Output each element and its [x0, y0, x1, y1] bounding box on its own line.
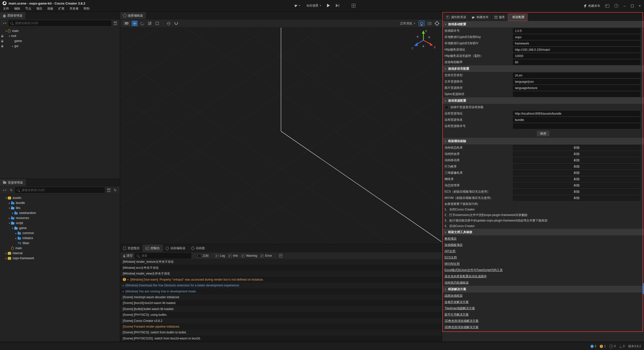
camera-settings-button[interactable] — [427, 21, 432, 26]
tab-scene-editor[interactable]: 场景编辑器 — [120, 12, 146, 19]
form-input[interactable] — [513, 53, 640, 59]
menu-item[interactable]: 编辑 — [12, 7, 23, 11]
console-log-row[interactable]: [Scene] [bullet]:bullet wasm lib loaded. — [120, 306, 442, 312]
regex-checkbox[interactable]: 正则 — [197, 254, 209, 258]
tree-row[interactable]: resources — [0, 215, 120, 221]
solution-link[interactable]: 3D角色扮演游戏解决方案 — [445, 325, 478, 329]
section-header-solutions[interactable]: 框架解决方案 — [442, 286, 644, 293]
remove-module-button[interactable]: 剔除 — [513, 195, 640, 201]
console-log-row[interactable]: [Scene] [box2d]:box2d wasm lib loaded. — [120, 300, 442, 306]
console-log-row[interactable]: [Scene] [PHYSICS]: switch from builtin t… — [120, 330, 442, 335]
layout-button[interactable] — [350, 2, 357, 9]
chevron-icon[interactable] — [8, 222, 11, 225]
help-button[interactable] — [612, 3, 620, 9]
scrollbar-thumb[interactable] — [643, 283, 644, 294]
console-log-row[interactable]: [Scene] Forward render pipeline initiali… — [120, 324, 442, 329]
form-input[interactable] — [513, 34, 640, 40]
menu-item[interactable]: 节点 — [23, 7, 34, 11]
menu-item[interactable]: 开发者 — [67, 7, 81, 11]
chevron-icon[interactable] — [8, 35, 11, 37]
console-tab[interactable]: 动画图 — [188, 244, 208, 252]
chevron-icon[interactable] — [11, 227, 14, 230]
tab-hierarchy[interactable]: 层级管理器 — [0, 12, 25, 19]
filter-checkbox[interactable]: Error — [260, 254, 272, 258]
form-input[interactable] — [513, 92, 640, 97]
filter-checkbox[interactable]: Info — [228, 254, 238, 258]
tree-row[interactable]: libs — [0, 205, 120, 210]
inspector-tab[interactable]: 属性检查器 — [443, 14, 469, 21]
remove-module-button[interactable]: 剔除 — [513, 151, 640, 157]
build-publish-button[interactable]: 构建发布 — [582, 3, 602, 9]
doc-link[interactable]: 游戏模板项目 — [445, 243, 463, 247]
warning-count[interactable]: 1 — [600, 344, 606, 348]
move-tool-button[interactable] — [132, 21, 138, 26]
form-input[interactable] — [513, 47, 640, 52]
menu-item[interactable]: 项目 — [34, 7, 45, 11]
toggle-3d-button[interactable]: 3D — [123, 21, 130, 26]
tree-row[interactable]: common — [0, 231, 120, 236]
scene-settings-button[interactable] — [434, 21, 440, 26]
menu-item[interactable]: 文件 — [1, 7, 12, 11]
filter-button[interactable] — [106, 188, 111, 193]
chevron-icon[interactable] — [14, 232, 18, 235]
section-header-modules[interactable]: 框架模块剔除 — [442, 138, 644, 145]
doc-link[interactable]: Excel格式转Json文件与TypeScript代码工具 — [445, 268, 503, 272]
menu-item[interactable]: 扩展 — [56, 7, 67, 11]
doc-link[interactable]: 原生包热更新配置自动生成插件 — [445, 274, 487, 279]
form-input[interactable] — [513, 28, 640, 33]
section-header-base[interactable]: 游戏基础配置 — [442, 21, 644, 28]
doc-link[interactable]: 教程项目 — [445, 237, 457, 241]
console-log-row[interactable]: [Scene] Cocos Creator v3.8.2 — [120, 318, 442, 324]
filter-checkbox[interactable]: Warning — [241, 254, 257, 258]
hierarchy-search[interactable] — [9, 20, 111, 26]
expand-arrow-icon[interactable] — [128, 278, 129, 281]
scene-select-dropdown[interactable]: 当前场景▾ — [304, 2, 323, 9]
doc-link[interactable]: ECS文档 — [445, 255, 457, 260]
preview-target-button[interactable]: ▾ — [293, 2, 302, 9]
remove-module-button[interactable]: 剔除 — [513, 145, 640, 150]
console-log-row[interactable]: [Window] [Vue warn]: Property "onInput" … — [120, 277, 442, 282]
tab-assets[interactable]: 资源管理器 — [0, 179, 26, 186]
console-search-input[interactable] — [141, 254, 189, 258]
chevron-icon[interactable] — [8, 207, 11, 209]
form-input[interactable] — [513, 41, 640, 46]
solution-link[interactable]: Tiledmap地图解决方案 — [445, 306, 475, 311]
menu-item[interactable]: 面板 — [45, 7, 56, 11]
form-input[interactable] — [513, 79, 640, 84]
lock-icon[interactable] — [1, 36, 3, 37]
tree-row[interactable]: script — [0, 221, 120, 226]
section-header-language[interactable]: 游戏多语言配置 — [442, 65, 644, 72]
scene-viewport[interactable]: Y X Z — [120, 27, 442, 244]
rotate-tool-button[interactable] — [139, 21, 145, 26]
form-input[interactable] — [513, 85, 640, 91]
preview-window-button[interactable] — [603, 3, 611, 9]
section-header-docs[interactable]: 框架文档工具链接 — [442, 229, 644, 236]
chevron-icon[interactable] — [5, 252, 8, 255]
console-tab[interactable]: 资源预览 — [120, 244, 143, 252]
tree-row[interactable]: seedrandom — [0, 210, 120, 215]
tree-row[interactable]: game — [0, 226, 120, 231]
chevron-icon[interactable] — [11, 45, 14, 48]
minimize-button[interactable]: – — [621, 2, 628, 10]
download-count[interactable]: 0 — [619, 344, 625, 348]
snap-toggle-button[interactable] — [173, 21, 179, 26]
tree-row[interactable]: main — [0, 28, 120, 33]
inspector-tab[interactable]: 服务 — [492, 14, 508, 21]
solution-link[interactable]: 战棋游戏框架 — [445, 294, 463, 298]
export-log-button[interactable] — [278, 253, 283, 258]
tree-row[interactable]: Main — [0, 241, 120, 246]
console-log-row[interactable]: [Window] You are running Vue in developm… — [120, 288, 442, 294]
console-log-row[interactable]: [Scene] [PHYSICS2D]: switch from box2d-w… — [120, 335, 442, 341]
assets-search-input[interactable] — [21, 188, 103, 192]
lock-icon[interactable] — [1, 41, 3, 42]
expand-arrow-icon[interactable] — [123, 290, 124, 293]
tree-row[interactable]: game — [0, 38, 120, 43]
section-header-resources[interactable]: 游戏资源配置 — [442, 97, 644, 104]
form-input[interactable] — [513, 111, 640, 116]
inspector-tab[interactable]: 框架配置 — [508, 14, 527, 21]
form-input[interactable] — [513, 73, 640, 78]
info-count[interactable]: 3 — [590, 344, 596, 348]
chevron-icon[interactable] — [5, 197, 8, 199]
scale-tool-button[interactable] — [147, 21, 153, 26]
maximize-button[interactable] — [629, 2, 635, 10]
